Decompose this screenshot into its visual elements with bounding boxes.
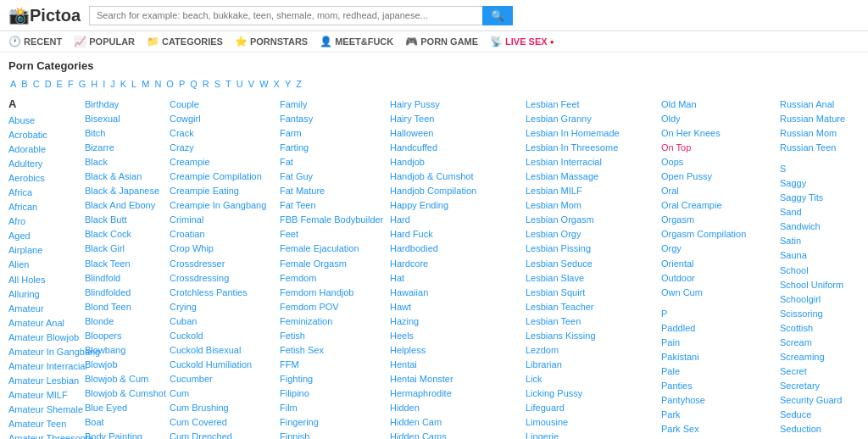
cat-link[interactable]: Panties bbox=[661, 379, 771, 393]
alpha-L[interactable]: L bbox=[130, 79, 138, 89]
cat-link[interactable]: Amateur In Gangbang bbox=[8, 345, 76, 359]
cat-link[interactable]: Blowbang bbox=[85, 343, 161, 358]
cat-link[interactable]: Hairy Teen bbox=[390, 112, 517, 126]
cat-link[interactable]: African bbox=[8, 200, 76, 214]
cat-link[interactable]: Russian Mom bbox=[780, 126, 868, 141]
cat-link[interactable]: On Her Knees bbox=[661, 126, 771, 141]
cat-link[interactable]: Amateur Interracial bbox=[8, 359, 76, 374]
alpha-K[interactable]: K bbox=[119, 79, 128, 89]
cat-link[interactable]: Criminal bbox=[170, 213, 271, 227]
cat-link[interactable]: Lesbian Mom bbox=[526, 198, 653, 213]
cat-link[interactable]: Blonde bbox=[85, 314, 161, 329]
alpha-T[interactable]: T bbox=[224, 79, 233, 89]
cat-link[interactable]: Licking Pussy bbox=[526, 386, 653, 401]
cat-link[interactable]: Fetish bbox=[280, 329, 381, 343]
cat-link[interactable]: Crossdresser bbox=[170, 257, 271, 271]
cat-link[interactable]: Hentai bbox=[390, 358, 517, 372]
nav-popular[interactable]: 📈 POPULAR bbox=[74, 36, 135, 47]
cat-link[interactable]: Femdom bbox=[280, 271, 381, 286]
cat-link[interactable]: Outdoor bbox=[661, 271, 771, 286]
cat-link[interactable]: Birthday bbox=[85, 97, 161, 112]
alpha-X[interactable]: X bbox=[272, 79, 281, 89]
cat-link[interactable]: Scottish bbox=[780, 321, 868, 336]
cat-link[interactable]: FFM bbox=[280, 358, 381, 372]
cat-link[interactable]: Hawaiian bbox=[390, 286, 517, 300]
nav-meetfuck[interactable]: 👤 MEET&FUCK bbox=[320, 36, 393, 47]
cat-link[interactable]: Lesbian Massage bbox=[526, 169, 653, 184]
alpha-P[interactable]: P bbox=[177, 79, 186, 89]
cat-link[interactable]: Croatian bbox=[170, 227, 271, 242]
alpha-J[interactable]: J bbox=[108, 79, 117, 89]
alpha-N[interactable]: N bbox=[153, 79, 163, 89]
cat-link[interactable]: Seduce bbox=[780, 408, 868, 422]
cat-link[interactable]: Lesbian Slave bbox=[526, 271, 653, 286]
cat-link[interactable]: Park bbox=[661, 408, 771, 422]
cat-link[interactable]: Paddled bbox=[661, 321, 771, 336]
cat-link[interactable]: Handjob & Cumshot bbox=[390, 169, 517, 184]
cat-link[interactable]: Lesbian Orgasm bbox=[526, 213, 653, 227]
cat-link[interactable]: Screaming bbox=[780, 350, 868, 364]
cat-link[interactable]: Black & Asian bbox=[85, 169, 161, 184]
alpha-S[interactable]: S bbox=[213, 79, 222, 89]
cat-link[interactable]: Hazing bbox=[390, 314, 517, 329]
cat-link[interactable]: Family bbox=[280, 97, 381, 112]
cat-link[interactable]: Boat bbox=[85, 415, 161, 430]
cat-link[interactable]: Limousine bbox=[526, 415, 653, 430]
cat-link[interactable]: Blond Teen bbox=[85, 300, 161, 314]
cat-link[interactable]: Amateur Lesbian bbox=[8, 374, 76, 388]
cat-link[interactable]: Amateur Anal bbox=[8, 316, 76, 331]
cat-link[interactable]: Secretary bbox=[780, 379, 868, 393]
cat-link[interactable]: Russian Teen bbox=[780, 141, 868, 155]
cat-link[interactable]: Black bbox=[85, 155, 161, 169]
cat-link[interactable]: Old Man bbox=[661, 97, 771, 112]
cat-link[interactable]: Blindfold bbox=[85, 271, 161, 286]
cat-link[interactable]: Creampie bbox=[170, 155, 271, 169]
cat-link[interactable]: Amateur Shemale bbox=[8, 403, 76, 417]
alpha-V[interactable]: V bbox=[247, 79, 256, 89]
cat-link[interactable]: Bitch bbox=[85, 126, 161, 141]
cat-link[interactable]: Sauna bbox=[780, 248, 868, 263]
cat-link[interactable]: Black And Ebony bbox=[85, 198, 161, 213]
cat-link[interactable]: Russian Anal bbox=[780, 97, 868, 112]
cat-link[interactable]: Own Cum bbox=[661, 286, 771, 300]
cat-link[interactable]: Lesbian Teacher bbox=[526, 300, 653, 314]
cat-link[interactable]: Halloween bbox=[390, 126, 517, 141]
cat-link[interactable]: Secret bbox=[780, 364, 868, 379]
cat-link[interactable]: Aged bbox=[8, 229, 76, 243]
cat-link[interactable]: Oral Creampie bbox=[661, 198, 771, 213]
alpha-U[interactable]: U bbox=[235, 79, 245, 89]
cat-link[interactable]: Sand bbox=[780, 205, 868, 220]
alpha-Y[interactable]: Y bbox=[283, 79, 292, 89]
cat-link[interactable]: Creampie Compilation bbox=[170, 169, 271, 184]
cat-link[interactable]: Africa bbox=[8, 186, 76, 200]
alpha-C[interactable]: C bbox=[31, 79, 42, 89]
cat-link[interactable]: Couple bbox=[170, 97, 271, 112]
cat-link[interactable]: Lingerie bbox=[526, 430, 653, 439]
cat-link[interactable]: Alluring bbox=[8, 287, 76, 302]
cat-link[interactable]: Abuse bbox=[8, 114, 76, 128]
cat-link[interactable]: On Top bbox=[661, 141, 771, 155]
cat-link[interactable]: Handjob Compilation bbox=[390, 184, 517, 198]
cat-link[interactable]: Aerobics bbox=[8, 171, 76, 186]
cat-link[interactable]: Cuckold Humiliation bbox=[170, 358, 271, 372]
cat-link[interactable]: Lesbian MILF bbox=[526, 184, 653, 198]
cat-link[interactable]: Lesbian Orgy bbox=[526, 227, 653, 242]
cat-link[interactable]: Femdom Handjob bbox=[280, 286, 381, 300]
alpha-W[interactable]: W bbox=[258, 79, 270, 89]
cat-link[interactable]: Female Orgasm bbox=[280, 257, 381, 271]
cat-link[interactable]: Blowjob bbox=[85, 358, 161, 372]
nav-categories[interactable]: 📁 CATEGORIES bbox=[147, 36, 223, 47]
cat-link[interactable]: Lick bbox=[526, 372, 653, 386]
cat-link[interactable]: Oldy bbox=[661, 112, 771, 126]
cat-link[interactable]: Pakistani bbox=[661, 350, 771, 364]
cat-link[interactable]: Sandwich bbox=[780, 220, 868, 234]
cat-link[interactable]: Lesbian Pissing bbox=[526, 242, 653, 256]
alpha-Z[interactable]: Z bbox=[294, 79, 303, 89]
cat-link[interactable]: Bloopers bbox=[85, 329, 161, 343]
cat-link[interactable]: Creampie Eating bbox=[170, 184, 271, 198]
cat-link[interactable]: Film bbox=[280, 401, 381, 415]
nav-porngame[interactable]: 🎮 PORN GAME bbox=[405, 36, 478, 47]
cat-link[interactable]: Airplane bbox=[8, 243, 76, 258]
cat-link[interactable]: Cucumber bbox=[170, 372, 271, 386]
cat-link[interactable]: Lifeguard bbox=[526, 401, 653, 415]
